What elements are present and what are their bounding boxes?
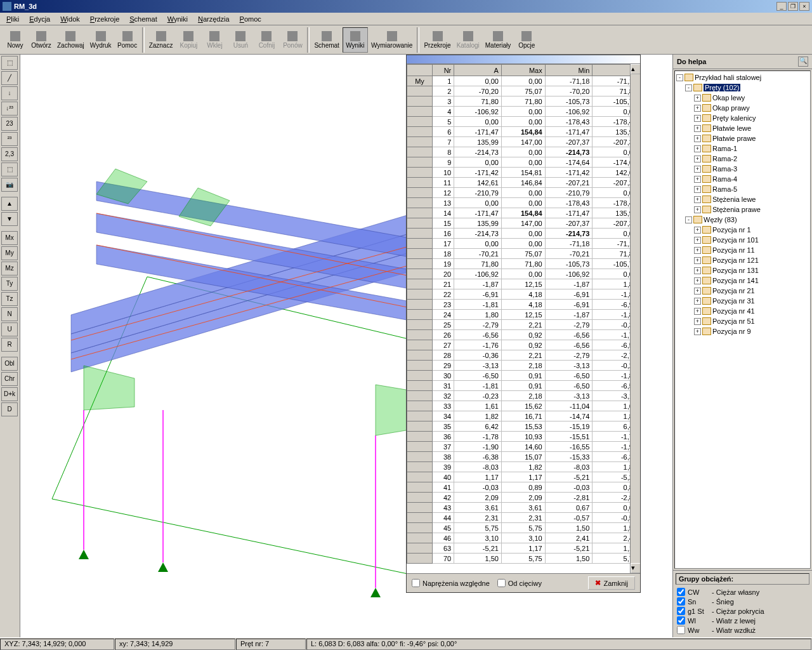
tree-node[interactable]: +Pozycja nr 41 xyxy=(676,306,809,316)
table-row[interactable]: 30-6,500,91-6,50-1,81 xyxy=(407,371,640,381)
expand-icon[interactable]: + xyxy=(694,125,701,132)
table-row[interactable]: 701,505,751,505,75 xyxy=(407,554,640,564)
load-checkbox[interactable] xyxy=(677,616,685,625)
left-tool-Tz[interactable]: Tz xyxy=(1,292,18,306)
table-row[interactable]: 23-1,814,18-6,91-6,91 xyxy=(407,300,640,310)
table-row[interactable]: 28-0,362,21-2,79-2,79 xyxy=(407,350,640,361)
tree-node[interactable]: +Pozycja nr 101 xyxy=(676,235,809,245)
table-row[interactable]: 12-210,790,00-210,790,00 xyxy=(407,188,640,198)
tree-node[interactable]: +Pozycja nr 51 xyxy=(676,316,809,326)
left-tool-D[interactable]: D xyxy=(1,402,18,416)
toolbar-wyniki[interactable]: Wyniki xyxy=(343,27,368,53)
table-row[interactable]: 463,103,102,412,41 xyxy=(407,533,640,543)
table-row[interactable]: My10,000,00-71,18-71,18 xyxy=(407,76,640,86)
expand-icon[interactable]: + xyxy=(694,308,701,315)
table-row[interactable]: 25-2,792,21-2,79-0,36 xyxy=(407,320,640,330)
project-tree[interactable]: -Przykład hali stalowej-Pręty (102)+Okap… xyxy=(674,70,811,569)
left-tool-↓²³[interactable]: ↓²³ xyxy=(1,102,18,116)
left-tool-23[interactable]: 23 xyxy=(1,117,18,131)
left-tool-╱[interactable]: ╱ xyxy=(1,71,18,85)
table-row[interactable]: 27-1,760,92-6,56-6,56 xyxy=(407,340,640,350)
expand-icon[interactable]: + xyxy=(694,176,701,183)
load-checkbox[interactable] xyxy=(677,588,685,596)
tree-node[interactable]: +Pozycja nr 31 xyxy=(676,296,809,306)
tree-node[interactable]: +Rama-5 xyxy=(676,184,809,194)
table-row[interactable]: 31-1,810,91-6,50-6,50 xyxy=(407,381,640,391)
expand-icon[interactable]: + xyxy=(694,145,701,152)
toolbar-wydruk[interactable]: Wydruk xyxy=(88,27,114,53)
table-row[interactable]: 2-70,2075,07-70,2071,80 xyxy=(407,86,640,96)
load-group-item[interactable]: Ww - Wiatr wzdłuż xyxy=(676,625,809,635)
tree-node[interactable]: +Płatwie lewe xyxy=(676,123,809,133)
tree-node[interactable]: +Rama-4 xyxy=(676,174,809,184)
menu-narzedzia[interactable]: Narzędzia xyxy=(193,14,235,24)
expand-icon[interactable]: + xyxy=(694,166,701,173)
tree-node[interactable]: +Rama-2 xyxy=(676,154,809,164)
table-row[interactable]: 41-0,030,89-0,030,89 xyxy=(407,482,640,493)
table-row[interactable]: 50,000,00-178,43-178,43 xyxy=(407,117,640,127)
expand-icon[interactable]: - xyxy=(685,216,692,223)
table-row[interactable]: 21-1,8712,15-1,871,80 xyxy=(407,279,640,289)
expand-icon[interactable]: + xyxy=(694,257,701,264)
table-row[interactable]: 15135,99147,00-207,37-207,37 xyxy=(407,218,640,229)
table-row[interactable]: 10-171,42154,81-171,42142,61 xyxy=(407,168,640,178)
table-row[interactable]: 22-6,914,18-6,91-1,81 xyxy=(407,289,640,300)
table-row[interactable]: 20-106,920,00-106,920,00 xyxy=(407,269,640,279)
tree-node[interactable]: +Okap lewy xyxy=(676,93,809,103)
close-panel-button[interactable]: ✖Zamknij xyxy=(588,576,635,590)
scroll-down-icon[interactable]: ▾ xyxy=(631,563,640,573)
left-tool-²³[interactable]: ²³ xyxy=(1,132,18,146)
table-row[interactable]: 29-3,132,18-3,13-0,23 xyxy=(407,361,640,371)
panel-drag-header[interactable] xyxy=(407,55,640,64)
table-row[interactable]: 422,092,09-2,81-2,81 xyxy=(407,493,640,503)
expand-icon[interactable]: + xyxy=(694,227,701,234)
table-row[interactable]: 401,171,17-5,21-5,21 xyxy=(407,472,640,482)
expand-icon[interactable]: + xyxy=(694,95,701,102)
tree-node[interactable]: +Pozycja nr 9 xyxy=(676,326,809,336)
table-row[interactable]: 38-6,3815,07-15,33-6,38 xyxy=(407,452,640,462)
left-tool-▲[interactable]: ▲ xyxy=(1,197,18,211)
close-button[interactable]: × xyxy=(799,2,809,11)
expand-icon[interactable]: + xyxy=(694,328,701,335)
table-row[interactable]: 7135,99147,00-207,37-207,37 xyxy=(407,137,640,147)
left-tool-Mx[interactable]: Mx xyxy=(1,231,18,245)
tree-node[interactable]: +Pozycja nr 141 xyxy=(676,275,809,286)
table-row[interactable]: 442,312,31-0,57-0,57 xyxy=(407,513,640,523)
relative-stress-checkbox[interactable]: Naprężenia względne xyxy=(412,579,490,587)
tree-node[interactable]: +Okap prawy xyxy=(676,103,809,113)
tree-node[interactable]: +Płatwie prawe xyxy=(676,133,809,143)
table-row[interactable]: 14-171,47154,84-171,47135,99 xyxy=(407,208,640,218)
expand-icon[interactable]: + xyxy=(694,267,701,274)
tree-node[interactable]: +Pozycja nr 21 xyxy=(676,286,809,296)
left-tool-Chr[interactable]: Chr xyxy=(1,372,18,386)
expand-icon[interactable]: + xyxy=(694,247,701,254)
left-tool-My[interactable]: My xyxy=(1,246,18,260)
load-group-item[interactable]: g1 St - Ciężar pokrycia xyxy=(676,606,809,616)
tree-node[interactable]: -Przykład hali stalowej xyxy=(676,72,809,83)
maximize-button[interactable]: ❐ xyxy=(788,2,798,11)
left-tool-Obl[interactable]: Obl xyxy=(1,357,18,371)
expand-icon[interactable]: + xyxy=(694,277,701,284)
left-tool-N[interactable]: N xyxy=(1,307,18,321)
toolbar-zachowaj[interactable]: Zachowaj xyxy=(55,27,87,53)
left-tool-R[interactable]: R xyxy=(1,338,18,352)
tree-node[interactable]: +Pręty kalenicy xyxy=(676,113,809,123)
toolbar-przekroje[interactable]: Przekroje xyxy=(421,27,453,53)
table-row[interactable]: 371,8071,80-105,73-105,73 xyxy=(407,96,640,107)
tree-node[interactable]: -Pręty (102) xyxy=(676,83,809,93)
load-group-item[interactable]: Sn - Śnieg xyxy=(676,597,809,606)
table-row[interactable]: 16-214,730,00-214,730,00 xyxy=(407,229,640,239)
scroll-up-icon[interactable]: ▴ xyxy=(631,64,640,74)
toolbar-otwórz[interactable]: Otwórz xyxy=(29,27,54,53)
table-row[interactable]: 26-6,560,92-6,56-1,76 xyxy=(407,330,640,340)
expand-icon[interactable]: + xyxy=(694,318,701,325)
expand-icon[interactable]: + xyxy=(694,186,701,193)
tree-node[interactable]: +Pozycja nr 121 xyxy=(676,255,809,265)
tree-node[interactable]: +Pozycja nr 11 xyxy=(676,245,809,255)
table-row[interactable]: 1971,8071,80-105,73-105,73 xyxy=(407,259,640,269)
table-scrollbar[interactable]: ▴ ▾ xyxy=(630,64,640,573)
table-row[interactable]: 241,8012,15-1,87-1,87 xyxy=(407,310,640,320)
toolbar-materiały[interactable]: Materiały xyxy=(483,27,514,53)
expand-icon[interactable]: + xyxy=(694,298,701,305)
left-tool-↓[interactable]: ↓ xyxy=(1,86,18,100)
